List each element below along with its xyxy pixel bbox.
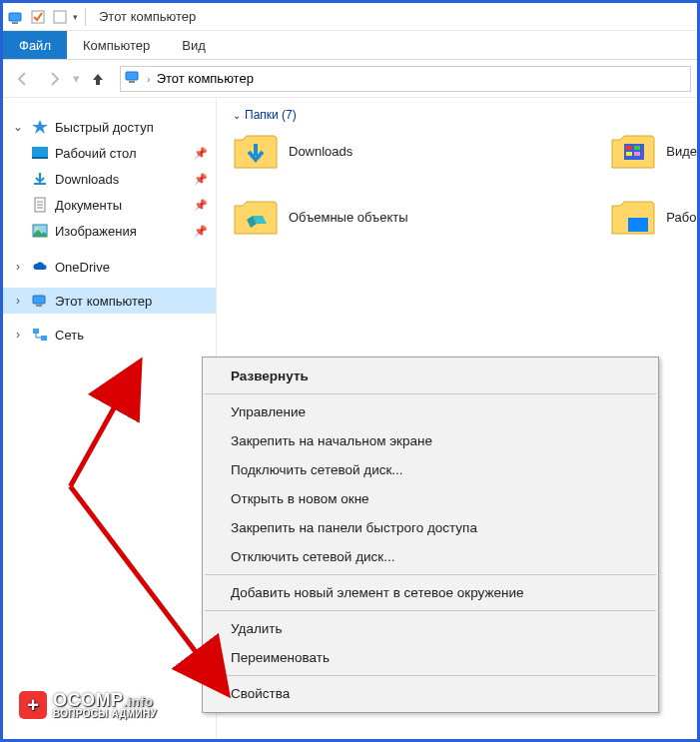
folder-downloads-icon xyxy=(233,130,279,172)
context-menu-separator xyxy=(205,574,656,575)
pin-icon: 📌 xyxy=(194,225,208,238)
nav-back-button[interactable] xyxy=(9,65,37,93)
watermark-brand: OCOMP xyxy=(53,690,124,710)
context-menu-item[interactable]: Закрепить на панели быстрого доступа xyxy=(203,513,658,542)
sidebar-item-downloads[interactable]: Downloads 📌 xyxy=(3,166,216,192)
context-menu-item[interactable]: Подключить сетевой диск... xyxy=(203,455,658,484)
sidebar-item-documents[interactable]: Документы 📌 xyxy=(3,192,216,218)
context-menu-item[interactable]: Переименовать xyxy=(203,643,658,672)
document-icon xyxy=(31,196,49,214)
star-icon xyxy=(31,118,49,136)
context-menu-item[interactable]: Свойства xyxy=(203,679,658,708)
svg-rect-7 xyxy=(32,147,48,157)
chevron-right-icon[interactable]: › xyxy=(11,260,25,274)
sidebar-item-this-pc[interactable]: › Этот компьютер xyxy=(3,288,216,314)
sidebar-item-onedrive[interactable]: › OneDrive xyxy=(3,254,216,280)
folder-3d-objects[interactable]: Объемные объекты xyxy=(233,196,408,238)
sidebar-item-pictures[interactable]: Изображения 📌 xyxy=(3,218,216,244)
pin-icon: 📌 xyxy=(194,147,208,160)
chevron-down-icon[interactable]: ⌄ xyxy=(11,120,25,134)
sidebar-item-desktop[interactable]: Рабочий стол 📌 xyxy=(3,140,216,166)
svg-rect-19 xyxy=(41,336,47,341)
app-icon xyxy=(7,8,25,26)
folder-videos-icon xyxy=(610,130,656,172)
chevron-right-icon[interactable]: › xyxy=(11,328,25,342)
context-menu-item[interactable]: Управление xyxy=(203,397,658,426)
tab-view[interactable]: Вид xyxy=(166,31,222,59)
svg-rect-25 xyxy=(626,152,632,156)
breadcrumb-item[interactable]: Этот компьютер xyxy=(157,71,254,86)
sidebar-item-quick-access[interactable]: ⌄ Быстрый доступ xyxy=(3,114,216,140)
context-menu-item[interactable]: Добавить новый элемент в сетевое окружен… xyxy=(203,578,658,607)
context-menu-separator xyxy=(205,610,656,611)
nav-forward-button[interactable] xyxy=(41,65,69,93)
pin-icon: 📌 xyxy=(194,199,208,212)
context-menu-item[interactable]: Отключить сетевой диск... xyxy=(203,542,658,571)
context-menu-separator xyxy=(205,675,656,676)
titlebar: ▾ Этот компьютер xyxy=(3,3,697,31)
tab-computer[interactable]: Компьютер xyxy=(67,31,166,59)
svg-rect-16 xyxy=(33,296,45,304)
svg-rect-4 xyxy=(126,72,138,80)
sidebar: ⌄ Быстрый доступ Рабочий стол 📌 Download… xyxy=(3,98,217,739)
ribbon: Файл Компьютер Вид xyxy=(3,31,697,60)
qat-dropdown-icon[interactable]: ▾ xyxy=(73,12,78,22)
window-title: Этот компьютер xyxy=(99,9,196,24)
watermark-subtitle: ВОПРОСЫ АДМИНУ xyxy=(53,709,157,719)
folder-downloads[interactable]: Downloads xyxy=(233,130,408,172)
folder-desktop[interactable]: Рабо xyxy=(610,196,697,238)
pin-icon: 📌 xyxy=(194,173,208,186)
chevron-right-icon: › xyxy=(147,73,151,85)
svg-rect-9 xyxy=(34,183,46,185)
svg-rect-1 xyxy=(12,22,18,24)
tab-file[interactable]: Файл xyxy=(3,31,67,59)
context-menu: РазвернутьУправлениеЗакрепить на начальн… xyxy=(202,357,659,713)
nav-row: ▾ › Этот компьютер xyxy=(3,60,697,98)
svg-rect-23 xyxy=(626,146,632,150)
qat-checkbox-icon[interactable] xyxy=(29,8,47,26)
svg-rect-3 xyxy=(54,11,66,23)
desktop-icon xyxy=(31,144,49,162)
svg-rect-27 xyxy=(628,218,648,232)
folder-3d-icon xyxy=(233,196,279,238)
svg-rect-8 xyxy=(32,157,48,159)
svg-rect-24 xyxy=(634,146,640,150)
context-menu-item[interactable]: Развернуть xyxy=(203,362,658,390)
section-header-folders[interactable]: ⌄ Папки (7) xyxy=(233,108,697,122)
context-menu-separator xyxy=(205,393,656,394)
svg-rect-0 xyxy=(9,13,21,21)
sidebar-item-network[interactable]: › Сеть xyxy=(3,322,216,348)
breadcrumb-pc-icon xyxy=(125,69,141,88)
svg-rect-18 xyxy=(33,329,39,334)
context-menu-item[interactable]: Открыть в новом окне xyxy=(203,484,658,513)
watermark-suffix: .info xyxy=(124,694,154,709)
context-menu-item[interactable]: Закрепить на начальном экране xyxy=(203,426,658,455)
svg-rect-17 xyxy=(36,305,42,307)
nav-up-button[interactable] xyxy=(84,65,112,93)
context-menu-item[interactable]: Удалить xyxy=(203,614,658,643)
pc-icon xyxy=(31,292,49,310)
chevron-right-icon[interactable]: › xyxy=(11,294,25,308)
folder-desktop-icon xyxy=(610,196,656,238)
svg-rect-26 xyxy=(634,152,640,156)
watermark: + OCOMP.info ВОПРОСЫ АДМИНУ xyxy=(19,691,157,719)
nav-history-dropdown[interactable]: ▾ xyxy=(73,71,80,86)
network-icon xyxy=(31,326,49,344)
titlebar-separator xyxy=(85,8,86,26)
downloads-icon xyxy=(31,170,49,188)
svg-marker-6 xyxy=(32,120,48,134)
pictures-icon xyxy=(31,222,49,240)
chevron-down-icon: ⌄ xyxy=(233,110,241,121)
qat-blank-icon[interactable] xyxy=(51,8,69,26)
svg-rect-5 xyxy=(129,81,135,83)
folder-videos[interactable]: Виде xyxy=(610,130,697,172)
cloud-icon xyxy=(31,258,49,276)
breadcrumb[interactable]: › Этот компьютер xyxy=(120,66,691,92)
folders-grid: Downloads Объемные объекты Виде xyxy=(233,130,697,238)
watermark-badge-icon: + xyxy=(19,691,47,719)
